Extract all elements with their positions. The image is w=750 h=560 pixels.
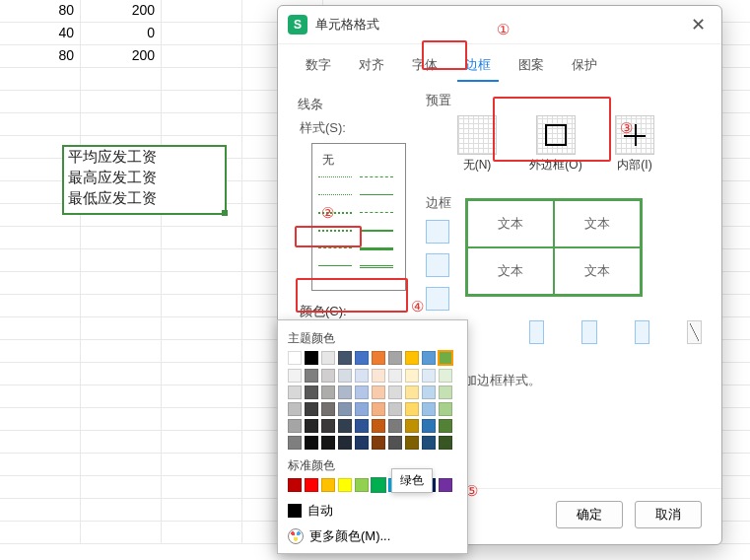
color-cell[interactable]: [288, 402, 302, 416]
cell[interactable]: 40: [0, 23, 81, 44]
color-cell[interactable]: [321, 369, 335, 383]
cell[interactable]: 80: [0, 45, 81, 67]
color-cell[interactable]: [321, 385, 335, 399]
color-cell[interactable]: [355, 419, 369, 433]
color-cell[interactable]: [372, 369, 385, 383]
color-cell[interactable]: [355, 436, 369, 450]
color-cell[interactable]: [439, 351, 452, 365]
tab-number[interactable]: 数字: [298, 50, 339, 82]
cell[interactable]: [162, 23, 242, 44]
color-cell[interactable]: [439, 478, 452, 492]
cell[interactable]: 0: [81, 23, 162, 44]
color-cell[interactable]: [338, 402, 352, 416]
color-cell[interactable]: [288, 369, 302, 383]
line-style-list[interactable]: 无: [311, 143, 406, 291]
border-vmiddle-button[interactable]: [581, 320, 596, 344]
tab-protect[interactable]: 保护: [564, 50, 605, 82]
color-cell[interactable]: [305, 436, 318, 450]
color-cell[interactable]: [288, 385, 302, 399]
color-cell[interactable]: [372, 351, 385, 365]
color-cell[interactable]: [355, 351, 369, 365]
color-cell[interactable]: [305, 385, 318, 399]
color-cell[interactable]: [338, 351, 352, 365]
color-cell[interactable]: [321, 436, 335, 450]
color-cell[interactable]: [355, 478, 369, 492]
line-style-item[interactable]: [318, 230, 352, 242]
color-cell[interactable]: [422, 369, 436, 383]
color-cell[interactable]: [305, 478, 318, 492]
color-cell[interactable]: [321, 419, 335, 433]
color-cell[interactable]: [372, 385, 385, 399]
close-button[interactable]: ✕: [685, 14, 712, 35]
color-cell[interactable]: [439, 419, 452, 433]
color-cell[interactable]: [288, 478, 302, 492]
color-cell[interactable]: [372, 402, 385, 416]
color-cell[interactable]: [355, 369, 369, 383]
color-cell[interactable]: [422, 385, 436, 399]
color-cell[interactable]: [388, 402, 402, 416]
color-cell[interactable]: [372, 419, 385, 433]
tab-pattern[interactable]: 图案: [511, 50, 552, 82]
color-cell[interactable]: [405, 436, 419, 450]
line-style-item[interactable]: [318, 247, 352, 259]
tab-align[interactable]: 对齐: [351, 50, 392, 82]
line-style-item[interactable]: [318, 194, 352, 206]
border-right-button[interactable]: [635, 320, 649, 344]
border-diag-button[interactable]: [687, 320, 702, 344]
color-cell[interactable]: [439, 385, 452, 399]
fill-handle[interactable]: [222, 210, 228, 216]
border-top-button[interactable]: [426, 220, 449, 244]
color-cell[interactable]: [422, 419, 436, 433]
color-cell[interactable]: [388, 419, 402, 433]
color-cell[interactable]: [305, 351, 318, 365]
color-cell[interactable]: [321, 478, 335, 492]
border-hmiddle-button[interactable]: [426, 253, 449, 277]
line-style-item[interactable]: [360, 247, 393, 259]
border-left-button[interactable]: [529, 320, 544, 344]
border-bottom-button[interactable]: [426, 287, 449, 311]
line-style-item[interactable]: [360, 265, 393, 277]
color-cell[interactable]: [288, 436, 302, 450]
line-style-item[interactable]: [318, 265, 352, 277]
cell[interactable]: 200: [81, 0, 162, 22]
dialog-titlebar[interactable]: S 单元格格式 ✕: [278, 6, 721, 44]
color-cell[interactable]: [405, 402, 419, 416]
line-style-item[interactable]: [360, 230, 393, 242]
color-cell[interactable]: [388, 369, 402, 383]
color-cell[interactable]: [372, 436, 385, 450]
color-cell[interactable]: [305, 369, 318, 383]
color-cell[interactable]: [422, 402, 436, 416]
color-cell[interactable]: [372, 478, 385, 492]
line-style-none[interactable]: 无: [318, 148, 399, 173]
color-cell[interactable]: [405, 419, 419, 433]
preset-outer-button[interactable]: [536, 115, 576, 155]
cell[interactable]: [162, 45, 242, 67]
color-cell[interactable]: [288, 419, 302, 433]
tab-border[interactable]: 边框: [457, 50, 499, 82]
cell[interactable]: [162, 0, 242, 22]
line-style-item[interactable]: [360, 212, 393, 224]
border-preview[interactable]: 文本 文本 文本 文本: [465, 198, 643, 297]
color-cell[interactable]: [405, 369, 419, 383]
color-cell[interactable]: [355, 402, 369, 416]
color-cell[interactable]: [338, 436, 352, 450]
color-cell[interactable]: [405, 351, 419, 365]
color-cell[interactable]: [388, 385, 402, 399]
tab-font[interactable]: 字体: [404, 50, 445, 82]
cancel-button[interactable]: 取消: [635, 501, 702, 528]
color-cell[interactable]: [439, 369, 452, 383]
color-cell[interactable]: [439, 436, 452, 450]
color-cell[interactable]: [338, 419, 352, 433]
preset-none-button[interactable]: [457, 115, 497, 155]
ok-button[interactable]: 确定: [556, 501, 623, 528]
color-cell[interactable]: [388, 436, 402, 450]
color-cell[interactable]: [305, 419, 318, 433]
color-cell[interactable]: [338, 385, 352, 399]
more-colors-option[interactable]: 更多颜色(M)...: [288, 527, 457, 545]
cell[interactable]: 80: [0, 0, 81, 22]
line-style-item[interactable]: [318, 212, 352, 224]
color-cell[interactable]: [405, 385, 419, 399]
auto-color-option[interactable]: 自动: [288, 502, 457, 520]
color-cell[interactable]: [422, 351, 436, 365]
color-cell[interactable]: [288, 351, 302, 365]
